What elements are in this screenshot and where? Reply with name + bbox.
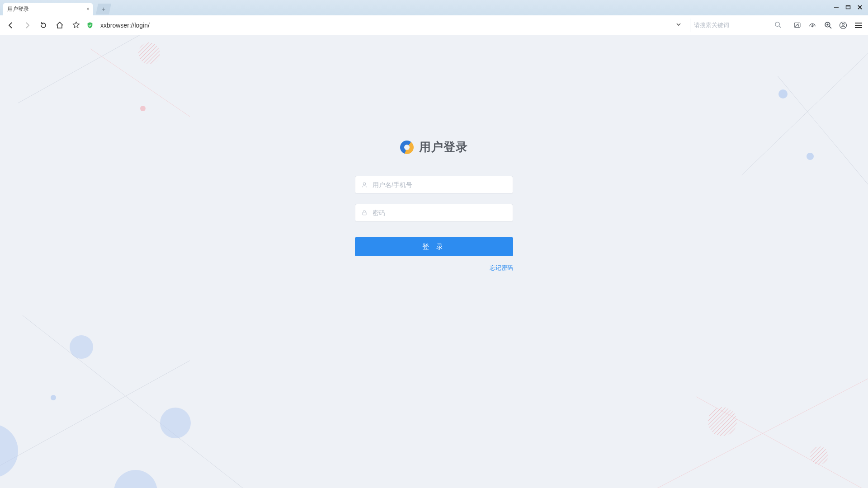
svg-point-23 xyxy=(778,89,788,99)
browser-tab[interactable]: 用户登录 × xyxy=(3,3,93,15)
svg-point-29 xyxy=(51,395,56,400)
user-icon xyxy=(361,182,368,188)
search-icon[interactable] xyxy=(774,21,781,29)
tab-close-button[interactable]: × xyxy=(86,6,90,12)
svg-point-36 xyxy=(810,446,828,465)
forgot-password-link[interactable]: 忘记密码 xyxy=(490,264,513,271)
toolbar-right-icons xyxy=(788,20,863,30)
svg-line-6 xyxy=(779,26,781,28)
window-close-button[interactable] xyxy=(857,5,863,11)
plus-icon: + xyxy=(102,5,105,13)
svg-line-26 xyxy=(23,315,253,488)
back-button[interactable] xyxy=(5,19,17,32)
svg-point-37 xyxy=(363,183,365,185)
svg-point-20 xyxy=(138,42,160,64)
svg-point-15 xyxy=(842,23,844,25)
page-viewport: 用户登录 登 录 忘记密码 xyxy=(0,35,868,488)
svg-line-21 xyxy=(741,53,868,175)
window-controls xyxy=(828,0,868,15)
svg-line-22 xyxy=(778,76,868,184)
forward-button[interactable] xyxy=(21,19,33,32)
svg-rect-7 xyxy=(794,23,800,28)
svg-point-31 xyxy=(114,470,157,488)
account-icon[interactable] xyxy=(838,20,848,30)
password-input[interactable] xyxy=(373,209,507,216)
download-icon[interactable] xyxy=(807,20,817,30)
reload-button[interactable] xyxy=(37,19,50,32)
login-title: 用户登录 xyxy=(419,139,468,155)
svg-point-24 xyxy=(807,153,814,160)
menu-button[interactable] xyxy=(854,20,863,30)
svg-point-18 xyxy=(140,106,146,111)
svg-line-11 xyxy=(829,27,831,28)
app-logo-icon xyxy=(400,141,414,154)
hamburger-icon xyxy=(855,23,862,28)
address-bar[interactable] xyxy=(98,21,686,29)
url-dropdown-button[interactable] xyxy=(674,21,684,29)
svg-line-32 xyxy=(642,379,868,488)
svg-point-30 xyxy=(0,424,18,478)
window-minimize-button[interactable] xyxy=(834,5,839,11)
svg-point-5 xyxy=(775,22,779,26)
svg-point-35 xyxy=(708,407,737,436)
bookmark-button[interactable] xyxy=(70,19,82,32)
search-input[interactable] xyxy=(694,22,772,28)
tab-title: 用户登录 xyxy=(7,5,29,13)
lock-icon xyxy=(361,210,368,216)
forgot-row: 忘记密码 xyxy=(355,263,513,272)
login-header: 用户登录 xyxy=(355,139,513,155)
svg-point-28 xyxy=(160,408,191,438)
window-maximize-button[interactable] xyxy=(845,5,851,11)
screenshot-icon[interactable] xyxy=(792,20,802,30)
security-shield-icon xyxy=(86,21,94,29)
svg-point-8 xyxy=(797,23,798,24)
login-form: 用户登录 登 录 忘记密码 xyxy=(355,139,513,272)
zoom-icon[interactable] xyxy=(823,20,833,30)
username-input[interactable] xyxy=(373,181,507,188)
url-input[interactable] xyxy=(100,22,670,29)
home-button[interactable] xyxy=(53,19,66,32)
svg-point-27 xyxy=(70,335,93,359)
login-submit-button[interactable]: 登 录 xyxy=(355,237,513,256)
username-field-wrapper[interactable] xyxy=(355,176,513,194)
new-tab-button[interactable]: + xyxy=(96,4,111,14)
search-box[interactable] xyxy=(690,19,785,32)
svg-rect-38 xyxy=(363,212,366,215)
tab-strip: 用户登录 × + xyxy=(0,0,868,15)
password-field-wrapper[interactable] xyxy=(355,204,513,222)
browser-toolbar xyxy=(0,15,868,35)
